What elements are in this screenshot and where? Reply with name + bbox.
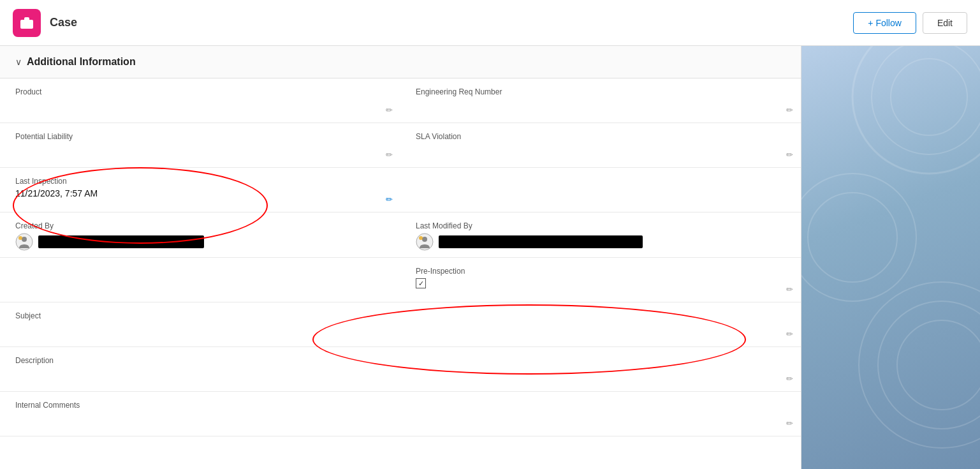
content-panel: ∨ Additional Information Product ✏ Engin… (0, 46, 801, 469)
sla-violation-label: SLA Violation (416, 132, 786, 141)
right-sidebar (801, 46, 980, 469)
last-inspection-edit-icon[interactable]: ✏ (386, 195, 393, 204)
svg-point-11 (808, 193, 897, 282)
potential-liability-value (15, 144, 385, 156)
svg-point-3 (18, 236, 22, 240)
subject-value (15, 323, 786, 336)
pre-inspection-checkbox-container: ✓ (416, 278, 786, 288)
edit-button[interactable]: Edit (923, 12, 967, 34)
app-icon (13, 9, 41, 37)
description-edit-icon[interactable]: ✏ (786, 374, 793, 383)
empty-field-2 (0, 258, 400, 302)
last-modified-value (439, 235, 643, 248)
internal-comments-label: Internal Comments (15, 401, 786, 410)
description-label: Description (15, 356, 786, 365)
last-modified-with-avatar (416, 233, 786, 251)
description-field: Description ✏ (0, 347, 801, 392)
pre-inspection-checkbox[interactable]: ✓ (416, 278, 426, 288)
svg-point-8 (872, 46, 980, 154)
product-field: Product ✏ (0, 78, 400, 123)
pre-inspection-field: Pre-Inspection ✓ ✏ (400, 258, 801, 302)
last-inspection-value: 11/21/2023, 7:57 AM (15, 188, 385, 201)
created-by-avatar-icon (15, 233, 33, 251)
internal-comments-field: Internal Comments ✏ (0, 392, 801, 436)
header-actions: + Follow Edit (853, 12, 967, 34)
created-by-with-avatar (15, 233, 385, 251)
sla-violation-edit-icon[interactable]: ✏ (786, 150, 793, 160)
last-inspection-label: Last Inspection (15, 177, 385, 186)
last-modified-avatar-icon (416, 233, 434, 251)
svg-rect-0 (20, 20, 33, 29)
subject-label: Subject (15, 311, 786, 320)
description-value (15, 368, 786, 380)
last-modified-label: Last Modified By (416, 221, 786, 230)
section-header: ∨ Additional Information (0, 46, 801, 78)
potential-liability-label: Potential Liability (15, 132, 385, 141)
section-chevron-icon[interactable]: ∨ (15, 57, 22, 67)
product-label: Product (15, 87, 385, 96)
last-inspection-field: Last Inspection 11/21/2023, 7:57 AM ✏ (0, 168, 400, 212)
follow-button[interactable]: + Follow (853, 12, 916, 34)
engineering-req-edit-icon[interactable]: ✏ (786, 105, 793, 115)
engineering-req-label: Engineering Req Number (416, 87, 786, 96)
svg-point-6 (419, 236, 423, 240)
svg-point-2 (22, 237, 27, 242)
engineering-req-field: Engineering Req Number ✏ (400, 78, 801, 123)
created-by-label: Created By (15, 221, 385, 230)
internal-comments-value (15, 412, 786, 425)
svg-point-13 (878, 301, 980, 429)
last-modified-field: Last Modified By (400, 212, 801, 258)
potential-liability-field: Potential Liability ✏ (0, 123, 400, 168)
product-edit-icon[interactable]: ✏ (386, 105, 393, 115)
internal-comments-edit-icon[interactable]: ✏ (786, 419, 793, 428)
pre-inspection-label: Pre-Inspection (416, 267, 786, 276)
svg-point-9 (891, 59, 967, 135)
svg-point-7 (852, 46, 980, 174)
sidebar-pattern (801, 46, 980, 469)
pre-inspection-edit-icon[interactable]: ✏ (786, 285, 793, 294)
svg-point-14 (897, 320, 980, 410)
created-by-field: Created By (0, 212, 400, 258)
created-by-value (38, 235, 204, 248)
svg-point-12 (859, 282, 980, 448)
product-value (15, 99, 385, 112)
engineering-req-value (416, 99, 786, 112)
form-grid: Product ✏ Engineering Req Number ✏ Poten… (0, 78, 801, 436)
potential-liability-edit-icon[interactable]: ✏ (386, 150, 393, 160)
subject-field: Subject ✏ (0, 302, 801, 347)
page-header: Case + Follow Edit (0, 0, 980, 46)
page-title: Case (50, 16, 77, 29)
section-title: Additional Information (27, 56, 136, 68)
subject-edit-icon[interactable]: ✏ (786, 329, 793, 339)
svg-point-5 (422, 237, 427, 242)
sla-violation-value (416, 144, 786, 156)
empty-field-1 (400, 168, 801, 212)
sla-violation-field: SLA Violation ✏ (400, 123, 801, 168)
main-layout: ∨ Additional Information Product ✏ Engin… (0, 46, 980, 469)
